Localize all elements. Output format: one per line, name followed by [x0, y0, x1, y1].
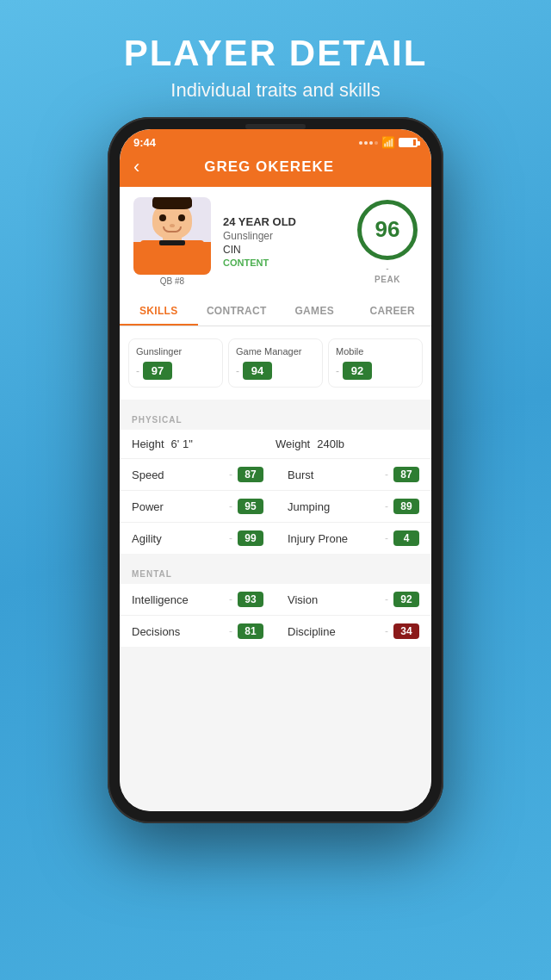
- power-value: 95: [238, 499, 263, 514]
- player-info: QB #8 24 YEAR OLD Gunslinger CIN CONTENT…: [120, 187, 431, 296]
- rating-number: 96: [375, 216, 400, 243]
- physical-section: PHYSICAL Height 6' 1" Weight 240lb: [120, 406, 431, 554]
- discipline-label: Discipline: [288, 625, 380, 638]
- player-details: 24 YEAR OLD Gunslinger CIN CONTENT: [211, 215, 357, 268]
- tabs-bar: SKILLS CONTRACT GAMES CAREER: [120, 296, 431, 326]
- player-team: CIN: [223, 244, 357, 256]
- height-label: Height: [132, 437, 164, 450]
- skill-card-gunslinger: Gunslinger - 97: [128, 338, 223, 388]
- status-right: 📶: [359, 136, 418, 149]
- battery-icon: [399, 138, 418, 147]
- skill-gunslinger-name: Gunslinger: [136, 346, 182, 357]
- nav-bar: ‹ GREG OKEREKE: [120, 152, 431, 187]
- player-archetype: Gunslinger: [223, 230, 357, 242]
- mental-section: MENTAL Intelligence - 93 Vision - 92: [120, 561, 431, 647]
- rating-sub: -: [386, 264, 388, 273]
- position-label: QB #8: [160, 276, 184, 286]
- injury-prone-value: 4: [393, 530, 419, 546]
- peak-label: PEAK: [375, 275, 400, 284]
- intelligence-value: 93: [238, 592, 263, 607]
- agility-value: 99: [238, 530, 263, 546]
- power-label: Power: [132, 500, 224, 513]
- vision-value: 92: [393, 592, 419, 607]
- decisions-discipline-row: Decisions - 81 Discipline - 34: [120, 616, 431, 647]
- rating-circle: 96: [357, 200, 418, 260]
- burst-label: Burst: [288, 468, 380, 481]
- power-jumping-row: Power - 95 Jumping - 89: [120, 491, 431, 523]
- agility-label: Agility: [132, 532, 224, 545]
- player-status: CONTENT: [223, 257, 357, 268]
- back-button[interactable]: ‹: [133, 158, 139, 177]
- intelligence-label: Intelligence: [132, 593, 224, 606]
- discipline-value: 34: [393, 623, 419, 639]
- speed-label: Speed: [132, 468, 224, 481]
- status-bar: 9:44 📶: [120, 129, 431, 152]
- decisions-label: Decisions: [132, 625, 224, 638]
- injury-prone-label: Injury Prone: [288, 532, 380, 545]
- rating-wrap: 96 - PEAK: [357, 200, 418, 284]
- signal-dots: [359, 141, 378, 145]
- skill-card-mobile: Mobile - 92: [328, 338, 423, 388]
- promo-header: PLAYER DETAIL Individual traits and skil…: [0, 0, 551, 117]
- skill-gamemanager-name: Game Manager: [236, 346, 301, 357]
- weight-value: 240lb: [317, 437, 344, 450]
- phone-screen: 9:44 📶 ‹ GREG OKEREKE: [120, 129, 431, 811]
- nav-title: GREG OKEREKE: [139, 158, 399, 176]
- speed-value: 87: [238, 467, 263, 482]
- jumping-value: 89: [393, 499, 419, 514]
- player-avatar: [133, 197, 211, 275]
- skill-card-gamemanager: Game Manager - 94: [228, 338, 323, 388]
- burst-value: 87: [393, 467, 419, 482]
- tab-contract[interactable]: CONTRACT: [198, 296, 276, 326]
- speed-burst-row: Speed - 87 Burst - 87: [120, 459, 431, 491]
- status-time: 9:44: [133, 136, 156, 149]
- skills-top-section: Gunslinger - 97 Game Manager - 94: [120, 326, 431, 400]
- promo-subtitle: Individual traits and skills: [0, 79, 551, 102]
- skill-mobile-val: 92: [343, 362, 372, 380]
- tab-skills[interactable]: SKILLS: [120, 296, 198, 326]
- promo-title: PLAYER DETAIL: [0, 33, 551, 74]
- tab-career[interactable]: CAREER: [354, 296, 432, 326]
- skill-gamemanager-val: 94: [243, 362, 272, 380]
- height-weight-row: Height 6' 1" Weight 240lb: [120, 430, 431, 459]
- intelligence-vision-row: Intelligence - 93 Vision - 92: [120, 584, 431, 616]
- player-age: 24 YEAR OLD: [223, 215, 357, 228]
- skill-gunslinger-val: 97: [143, 362, 172, 380]
- main-content: Gunslinger - 97 Game Manager - 94: [120, 326, 431, 811]
- weight-label: Weight: [276, 437, 310, 450]
- phone-notch: [108, 117, 443, 129]
- phone-frame: 9:44 📶 ‹ GREG OKEREKE: [108, 117, 443, 823]
- tab-games[interactable]: GAMES: [276, 296, 354, 326]
- wifi-icon: 📶: [381, 136, 395, 149]
- skill-mobile-name: Mobile: [336, 346, 363, 357]
- agility-injury-row: Agility - 99 Injury Prone - 4: [120, 523, 431, 554]
- phone-speaker: [245, 124, 306, 129]
- vision-label: Vision: [288, 593, 380, 606]
- mental-header: MENTAL: [120, 561, 431, 584]
- decisions-value: 81: [238, 623, 263, 639]
- player-avatar-wrap: QB #8: [133, 197, 211, 286]
- height-value: 6' 1": [171, 437, 193, 450]
- jumping-label: Jumping: [288, 500, 380, 513]
- physical-header: PHYSICAL: [120, 406, 431, 430]
